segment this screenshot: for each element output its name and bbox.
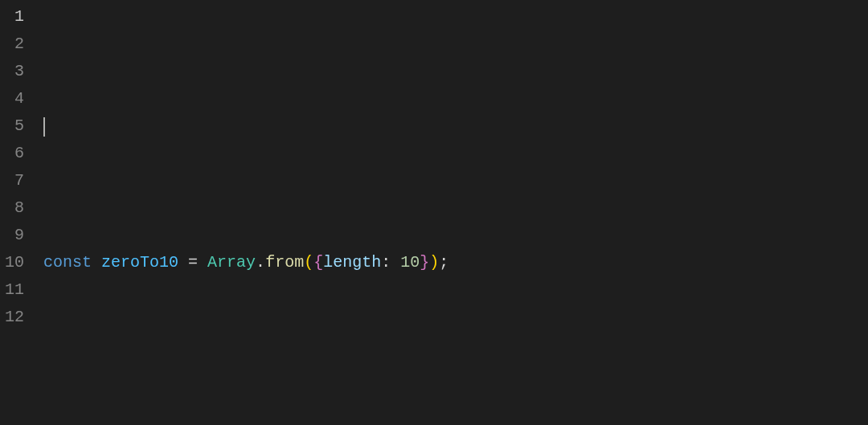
paren-open: (: [304, 253, 313, 272]
code-editor[interactable]: 1 2 3 4 5 6 7 8 9 10 11 12 const zeroTo1…: [0, 0, 868, 425]
code-area[interactable]: const zeroTo10 = Array.from({length: 10}…: [35, 0, 868, 425]
brace-close: }: [420, 253, 429, 272]
colon: :: [381, 253, 391, 272]
line-number-gutter: 1 2 3 4 5 6 7 8 9 10 11 12: [0, 0, 35, 425]
space: [391, 253, 400, 272]
line-number: 12: [0, 304, 24, 331]
code-line[interactable]: [43, 112, 868, 140]
property-length: length: [323, 253, 381, 272]
line-number: 9: [0, 222, 24, 249]
method-from: from: [265, 253, 304, 272]
space: [92, 253, 101, 272]
line-number: 3: [0, 58, 24, 85]
line-number: 8: [0, 194, 24, 222]
keyword-const: const: [43, 253, 92, 272]
code-line[interactable]: const zeroTo10 = Array.from({length: 10}…: [43, 249, 868, 276]
dot: .: [256, 253, 265, 272]
number-literal: 10: [400, 253, 420, 272]
line-number: 5: [0, 112, 24, 140]
line-number: 10: [0, 249, 24, 276]
text-cursor: [43, 117, 45, 137]
line-number: 2: [0, 31, 24, 58]
line-number: 7: [0, 167, 24, 194]
line-number: 1: [0, 3, 24, 31]
semicolon: ;: [439, 253, 448, 272]
identifier: zeroTo10: [101, 253, 178, 272]
space: [178, 253, 188, 272]
space: [198, 253, 207, 272]
operator-equals: =: [188, 253, 198, 272]
line-number: 6: [0, 140, 24, 167]
line-number: 11: [0, 276, 24, 304]
paren-close: ): [429, 253, 439, 272]
code-line[interactable]: [43, 386, 868, 413]
brace-open: {: [313, 253, 323, 272]
line-number: 4: [0, 85, 24, 112]
type-array: Array: [207, 253, 256, 272]
